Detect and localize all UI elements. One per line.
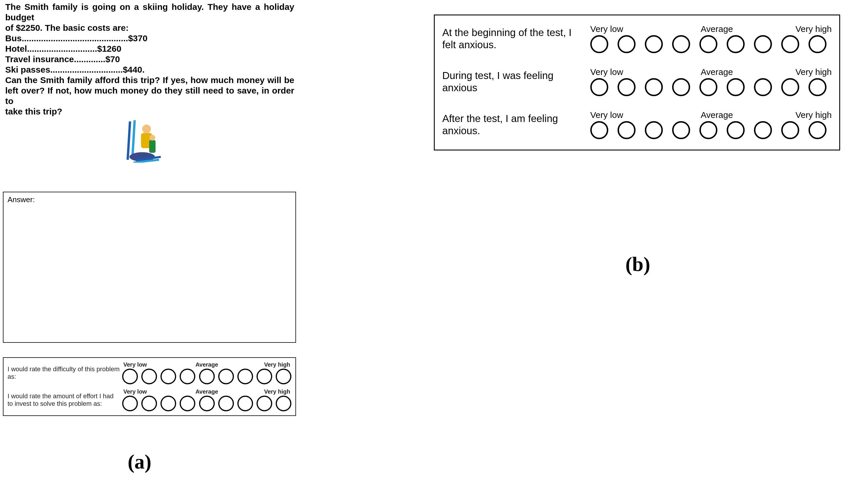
rating-circle[interactable] bbox=[256, 369, 272, 384]
rating-circle[interactable] bbox=[808, 121, 827, 139]
rating-circle[interactable] bbox=[645, 78, 663, 96]
rating-circle[interactable] bbox=[672, 121, 690, 139]
scale-label-high: Very high bbox=[777, 67, 832, 77]
rating-circle[interactable] bbox=[754, 121, 772, 139]
cost-label: Ski passes bbox=[5, 64, 50, 75]
rating-circle[interactable] bbox=[180, 396, 195, 411]
big-rating-scale: Very low Average Very high bbox=[590, 24, 832, 53]
big-rating-prompt: After the test, I am feeling anxious. bbox=[442, 112, 590, 137]
small-circles bbox=[122, 396, 291, 411]
rating-circle[interactable] bbox=[700, 35, 717, 53]
rating-circle[interactable] bbox=[590, 78, 608, 96]
small-rating-row-effort: I would rate the amount of effort I had … bbox=[7, 389, 291, 411]
cost-line-hotel: Hotel ............................. $126… bbox=[5, 44, 294, 54]
rating-circle[interactable] bbox=[618, 78, 636, 96]
svg-point-4 bbox=[142, 125, 151, 133]
rating-circle[interactable] bbox=[618, 35, 636, 53]
big-scale-labels: Very low Average Very high bbox=[590, 24, 832, 34]
figure-label-b: (b) bbox=[625, 253, 650, 276]
rating-circle[interactable] bbox=[238, 396, 253, 411]
rating-circle[interactable] bbox=[808, 35, 827, 53]
rating-circle[interactable] bbox=[276, 369, 291, 384]
rating-circle[interactable] bbox=[700, 78, 717, 96]
rating-circle[interactable] bbox=[122, 369, 138, 384]
scale-label-low: Very low bbox=[590, 110, 645, 120]
cost-label: Bus bbox=[5, 33, 22, 44]
rating-circle[interactable] bbox=[141, 396, 157, 411]
small-rating-scale: Very low Average Very high bbox=[122, 361, 291, 384]
cost-line-insurance: Travel insurance ............. $70 bbox=[5, 54, 294, 64]
rating-circle[interactable] bbox=[590, 121, 608, 139]
big-rating-row-beginning: At the beginning of the test, I felt anx… bbox=[442, 24, 832, 53]
big-rating-scale: Very low Average Very high bbox=[590, 110, 832, 139]
rating-circle[interactable] bbox=[180, 369, 195, 384]
rating-circle[interactable] bbox=[727, 78, 745, 96]
rating-circle[interactable] bbox=[645, 35, 663, 53]
rating-circle[interactable] bbox=[590, 35, 608, 53]
problem-question-line-1: Can the Smith family afford this trip? I… bbox=[5, 75, 294, 85]
big-scale-labels: Very low Average Very high bbox=[590, 67, 832, 77]
problem-text: The Smith family is going on a skiing ho… bbox=[3, 0, 296, 117]
figure-label-a: (a) bbox=[128, 450, 152, 473]
big-scale-labels: Very low Average Very high bbox=[590, 110, 832, 120]
rating-circle[interactable] bbox=[141, 369, 157, 384]
rating-circle[interactable] bbox=[727, 35, 745, 53]
small-rating-row-difficulty: I would rate the difficulty of this prob… bbox=[7, 361, 291, 384]
rating-circle[interactable] bbox=[199, 396, 215, 411]
small-rating-prompt: I would rate the difficulty of this prob… bbox=[7, 366, 122, 380]
big-rating-prompt: During test, I was feeling anxious bbox=[442, 69, 590, 94]
scale-label-high: Very high bbox=[777, 110, 832, 120]
rating-circle[interactable] bbox=[672, 35, 690, 53]
scale-label-high: Very high bbox=[255, 361, 290, 368]
cost-dots: ............. bbox=[74, 54, 105, 64]
rating-circle[interactable] bbox=[618, 121, 636, 139]
cost-label: Travel insurance bbox=[5, 54, 74, 64]
problem-question-line-2: left over? If not, how much money do the… bbox=[5, 85, 294, 106]
rating-circle[interactable] bbox=[781, 121, 799, 139]
rating-circle[interactable] bbox=[256, 396, 272, 411]
rating-circle[interactable] bbox=[218, 369, 234, 384]
rating-circle[interactable] bbox=[238, 369, 253, 384]
svg-rect-5 bbox=[149, 140, 156, 153]
rating-circle[interactable] bbox=[199, 369, 215, 384]
scale-label-low: Very low bbox=[123, 361, 158, 368]
rating-circle[interactable] bbox=[645, 121, 663, 139]
rating-circle[interactable] bbox=[160, 369, 176, 384]
big-circles bbox=[590, 78, 832, 96]
ski-family-icon bbox=[125, 119, 162, 163]
problem-intro-line-1: The Smith family is going on a skiing ho… bbox=[5, 2, 294, 23]
rating-circle[interactable] bbox=[276, 396, 291, 411]
scale-label-low: Very low bbox=[123, 389, 158, 395]
rating-circle[interactable] bbox=[781, 78, 799, 96]
big-rating-scale: Very low Average Very high bbox=[590, 67, 832, 96]
rating-circle[interactable] bbox=[122, 396, 138, 411]
rating-circle[interactable] bbox=[700, 121, 717, 139]
scale-label-mid: Average bbox=[645, 67, 777, 77]
small-scale-labels: Very low Average Very high bbox=[122, 389, 291, 395]
svg-line-0 bbox=[128, 121, 130, 160]
rating-circle[interactable] bbox=[727, 121, 745, 139]
rating-circle[interactable] bbox=[672, 78, 690, 96]
rating-circle[interactable] bbox=[808, 78, 827, 96]
big-rating-row-during: During test, I was feeling anxious Very … bbox=[442, 67, 832, 96]
big-rating-row-after: After the test, I am feeling anxious. Ve… bbox=[442, 110, 832, 139]
cost-value: $370 bbox=[128, 33, 148, 44]
cost-dots: ............................. bbox=[27, 44, 97, 54]
scale-label-mid: Average bbox=[645, 110, 777, 120]
cost-label: Hotel bbox=[5, 44, 27, 54]
rating-circle[interactable] bbox=[218, 396, 234, 411]
scale-label-low: Very low bbox=[590, 67, 645, 77]
rating-circle[interactable] bbox=[754, 35, 772, 53]
cost-value: $440. bbox=[123, 64, 145, 75]
scale-label-high: Very high bbox=[255, 389, 290, 395]
rating-circle[interactable] bbox=[754, 78, 772, 96]
small-rating-box: I would rate the difficulty of this prob… bbox=[3, 357, 296, 416]
svg-point-6 bbox=[150, 135, 155, 141]
cost-dots: ........................................… bbox=[22, 33, 128, 44]
answer-box[interactable]: Answer: bbox=[3, 192, 296, 343]
scale-label-mid: Average bbox=[158, 361, 255, 368]
big-circles bbox=[590, 121, 832, 139]
problem-question-line-3: take this trip? bbox=[5, 106, 294, 117]
rating-circle[interactable] bbox=[160, 396, 176, 411]
rating-circle[interactable] bbox=[781, 35, 799, 53]
